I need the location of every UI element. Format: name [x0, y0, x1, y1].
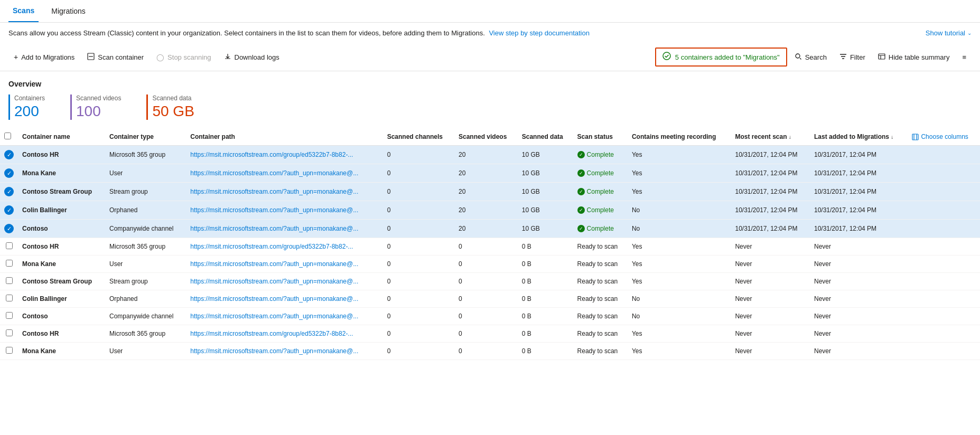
row-checkbox[interactable]	[6, 312, 13, 319]
most-recent-scan-cell: 10/31/2017, 12:04 PM	[731, 183, 810, 201]
th-container-path[interactable]: Container path	[186, 128, 382, 146]
table-row[interactable]: Mona KaneUserhttps://msit.microsoftstrea…	[0, 256, 980, 273]
scanned-videos-cell: 20	[454, 183, 518, 201]
scanned-videos-cell: 20	[454, 164, 518, 183]
row-checkbox-cell[interactable]: ✓	[0, 164, 18, 183]
table-row[interactable]: Contoso HRMicrosoft 365 grouphttps://msi…	[0, 238, 980, 256]
row-checkbox-cell[interactable]	[0, 273, 18, 290]
th-container-name[interactable]: Container name	[18, 128, 105, 146]
th-contains-meeting[interactable]: Contains meeting recording	[628, 128, 731, 146]
container-type-cell: User	[105, 256, 186, 273]
scanned-data-cell: 0 B	[518, 290, 573, 308]
filter-button[interactable]: Filter	[834, 50, 871, 65]
table-row[interactable]: ✓Colin BallingerOrphanedhttps://msit.mic…	[0, 201, 980, 220]
row-actions-cell	[908, 343, 980, 360]
description-text: Scans allow you access Stream (Classic) …	[8, 29, 590, 37]
add-migrations-button[interactable]: + Add to Migrations	[8, 50, 80, 64]
select-all-checkbox[interactable]	[4, 133, 11, 139]
table-row[interactable]: Mona KaneUserhttps://msit.microsoftstrea…	[0, 343, 980, 360]
th-scanned-data[interactable]: Scanned data	[518, 128, 573, 146]
tab-migrations[interactable]: Migrations	[47, 1, 90, 22]
contains-meeting-cell: No	[628, 201, 731, 220]
scanned-channels-cell: 0	[383, 238, 454, 256]
table-row[interactable]: Colin BallingerOrphanedhttps://msit.micr…	[0, 290, 980, 308]
overview-section: Overview Containers 200 Scanned videos 1…	[0, 71, 980, 124]
most-recent-scan-cell: Never	[731, 343, 810, 360]
table-summary-icon	[878, 53, 885, 62]
scanned-videos-cell: 0	[454, 308, 518, 325]
row-checkbox-cell[interactable]	[0, 343, 18, 360]
th-last-added[interactable]: Last added to Migrations ↓	[810, 128, 908, 146]
th-scan-status[interactable]: Scan status	[573, 128, 628, 146]
container-type-cell: Companywide channel	[105, 220, 186, 238]
row-checkbox-cell[interactable]: ✓	[0, 183, 18, 201]
row-checkbox-cell[interactable]	[0, 238, 18, 256]
th-scanned-channels[interactable]: Scanned channels	[383, 128, 454, 146]
tab-scans[interactable]: Scans	[8, 0, 39, 22]
container-name-cell: Contoso HR	[18, 146, 105, 164]
row-checkbox-cell[interactable]	[0, 325, 18, 343]
scan-status-cell: Ready to scan	[573, 273, 628, 290]
search-button[interactable]: Search	[789, 50, 832, 65]
scanned-data-cell: 0 B	[518, 273, 573, 290]
scanned-channels-cell: 0	[383, 220, 454, 238]
table-row[interactable]: ✓Contoso HRMicrosoft 365 grouphttps://ms…	[0, 146, 980, 164]
container-type-cell: Microsoft 365 group	[105, 325, 186, 343]
table-row[interactable]: ✓ContosoCompanywide channelhttps://msit.…	[0, 220, 980, 238]
row-checkbox-cell[interactable]: ✓	[0, 201, 18, 220]
stat-scanned-videos-label: Scanned videos	[76, 94, 121, 102]
th-checkbox[interactable]	[0, 128, 18, 146]
table-row[interactable]: ✓Contoso Stream GroupStream grouphttps:/…	[0, 183, 980, 201]
scanned-data-cell: 10 GB	[518, 183, 573, 201]
row-checkbox[interactable]	[6, 260, 13, 267]
row-checkbox-cell[interactable]	[0, 290, 18, 308]
table-row[interactable]: Contoso HRMicrosoft 365 grouphttps://msi…	[0, 325, 980, 343]
row-checkbox-cell[interactable]	[0, 308, 18, 325]
stat-containers-value: 200	[14, 103, 45, 120]
sort-icon-most-recent: ↓	[789, 134, 791, 140]
row-checkbox[interactable]	[6, 347, 13, 354]
th-scanned-videos[interactable]: Scanned videos	[454, 128, 518, 146]
table-row[interactable]: Contoso Stream GroupStream grouphttps://…	[0, 273, 980, 290]
scanned-data-cell: 10 GB	[518, 220, 573, 238]
last-added-cell: Never	[810, 325, 908, 343]
toolbar: + Add to Migrations Scan container ◯ Sto…	[0, 43, 980, 71]
row-checkbox[interactable]	[6, 277, 13, 284]
choose-columns-button[interactable]: Choose columns	[912, 133, 968, 140]
scan-status-cell: ✓ Complete	[573, 183, 628, 201]
contains-meeting-cell: Yes	[628, 273, 731, 290]
table-row[interactable]: ✓Mona KaneUserhttps://msit.microsoftstre…	[0, 164, 980, 183]
scan-container-button[interactable]: Scan container	[82, 50, 149, 65]
row-actions-cell	[908, 238, 980, 256]
container-type-cell: Orphaned	[105, 201, 186, 220]
scanned-videos-cell: 20	[454, 201, 518, 220]
scanned-data-cell: 0 B	[518, 343, 573, 360]
hide-table-summary-button[interactable]: Hide table summary	[873, 50, 955, 65]
row-checkbox-cell[interactable]	[0, 256, 18, 273]
row-checkbox-cell[interactable]: ✓	[0, 220, 18, 238]
table-row[interactable]: ContosoCompanywide channelhttps://msit.m…	[0, 308, 980, 325]
stat-containers: Containers 200	[8, 94, 58, 120]
scanned-data-cell: 0 B	[518, 325, 573, 343]
stop-scanning-button[interactable]: ◯ Stop scanning	[151, 50, 216, 64]
row-checkbox[interactable]	[6, 295, 13, 301]
th-choose-columns[interactable]: Choose columns	[908, 128, 980, 146]
doc-link[interactable]: View step by step documentation	[489, 29, 590, 37]
svg-rect-4	[912, 134, 918, 140]
container-type-cell: Microsoft 365 group	[105, 238, 186, 256]
th-most-recent-scan[interactable]: Most recent scan ↓	[731, 128, 810, 146]
row-checkbox[interactable]	[6, 329, 13, 336]
scan-status-cell: ✓ Complete	[573, 220, 628, 238]
container-name-cell: Mona Kane	[18, 343, 105, 360]
th-container-type[interactable]: Container type	[105, 128, 186, 146]
row-checkbox-cell[interactable]: ✓	[0, 146, 18, 164]
stat-scanned-data-label: Scanned data	[152, 94, 194, 102]
scan-status-cell: Ready to scan	[573, 290, 628, 308]
download-logs-button[interactable]: Download logs	[219, 50, 285, 65]
most-recent-scan-cell: Never	[731, 308, 810, 325]
table-header-row: Container name Container type Container …	[0, 128, 980, 146]
more-options-button[interactable]: ≡	[957, 50, 972, 64]
row-checkbox[interactable]	[6, 242, 13, 249]
container-path-cell: https://msit.microsoftstream.com/?auth_u…	[186, 343, 382, 360]
show-tutorial-link[interactable]: Show tutorial ⌄	[926, 29, 972, 37]
